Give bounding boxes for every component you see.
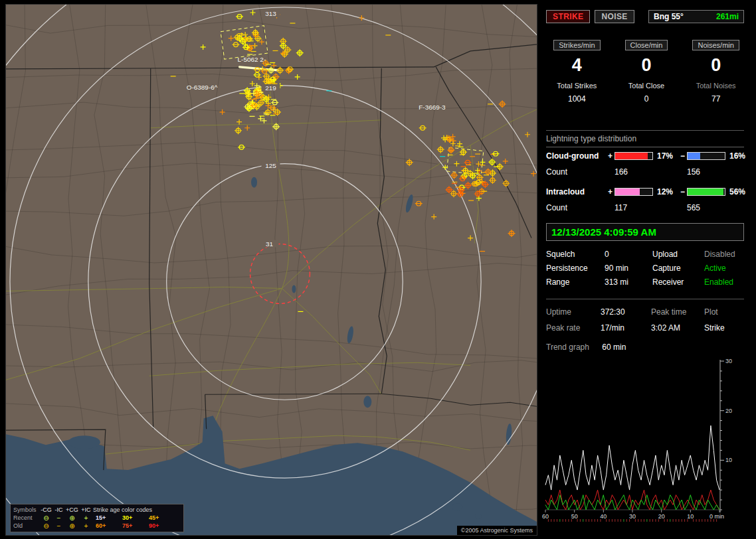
copyright-text: ©2005 Astrogenic Systems bbox=[457, 526, 537, 535]
svg-text:125: 125 bbox=[265, 162, 276, 169]
cg-plus-sign: + bbox=[606, 151, 614, 161]
noises-per-min-button[interactable]: Noises/min bbox=[692, 40, 739, 50]
mode-row: STRIKE NOISE Bng 55° 261mi bbox=[546, 9, 744, 24]
strike-mode-button[interactable]: STRIKE bbox=[546, 10, 590, 23]
receiver-label: Receiver bbox=[652, 277, 704, 287]
svg-text:60: 60 bbox=[542, 513, 549, 520]
intracloud-block: Intracloud + 12% − 56% Count 117 565 bbox=[546, 186, 744, 213]
uptime-label: Uptime bbox=[546, 307, 601, 317]
cg-positive-count: 166 bbox=[614, 167, 653, 177]
intracloud-label: Intracloud bbox=[546, 187, 606, 196]
svg-text:10: 10 bbox=[687, 513, 694, 520]
range-value: 313 mi bbox=[605, 277, 652, 287]
old-nic-icon: − bbox=[52, 522, 65, 530]
recent-ncg-icon: ⊖ bbox=[40, 514, 52, 522]
svg-text:20: 20 bbox=[725, 408, 732, 414]
svg-text:F-3669-3: F-3669-3 bbox=[419, 104, 446, 111]
svg-text:219: 219 bbox=[265, 84, 276, 92]
cg-count-label: Count bbox=[546, 167, 606, 177]
legend-recent-label: Recent bbox=[13, 514, 40, 522]
noises-per-min-value: 0 bbox=[681, 55, 751, 78]
ic-negative-count: 565 bbox=[687, 203, 725, 212]
svg-text:313: 313 bbox=[265, 10, 276, 17]
recent-nic-icon: − bbox=[52, 514, 65, 522]
ic-positive-count: 117 bbox=[614, 203, 653, 212]
svg-text:30: 30 bbox=[629, 513, 636, 520]
capture-status: Active bbox=[704, 264, 744, 273]
rate-columns: Strikes/min 4 Total Strikes 1004 Close/m… bbox=[542, 40, 751, 104]
squelch-value: 0 bbox=[605, 250, 652, 259]
age-15-label: 15+ bbox=[93, 514, 120, 522]
ic-positive-pct: 12% bbox=[653, 187, 678, 196]
cg-negative-pct: 16% bbox=[725, 151, 751, 161]
trend-graph-label: Trend graph bbox=[546, 343, 589, 352]
strikes-per-min-value: 4 bbox=[542, 55, 612, 78]
legend-age-title: Strike age color codes bbox=[93, 506, 175, 514]
range-label: Range bbox=[546, 277, 605, 287]
strikes-per-min-button[interactable]: Strikes/min bbox=[553, 40, 600, 50]
recent-pic-icon: + bbox=[79, 514, 93, 522]
datetime-display: 12/13/2025 4:09:59 AM bbox=[546, 223, 744, 241]
noise-mode-button[interactable]: NOISE bbox=[595, 10, 634, 23]
total-strikes-value: 1004 bbox=[542, 94, 612, 104]
age-90-label: 90+ bbox=[146, 522, 175, 530]
age-45-label: 45+ bbox=[146, 514, 175, 522]
persistence-label: Persistence bbox=[546, 264, 605, 273]
cg-positive-pct: 17% bbox=[653, 151, 678, 161]
map-legend: Symbols -CG -IC +CG +IC Strike age color… bbox=[10, 504, 184, 532]
ic-negative-bar bbox=[687, 188, 725, 196]
peak-rate-label: Peak rate bbox=[546, 323, 601, 333]
old-pcg-icon: ⊕ bbox=[65, 522, 79, 530]
trend-graph: 1020306050403020100 min bbox=[542, 356, 751, 527]
svg-text:50: 50 bbox=[571, 513, 578, 520]
cg-positive-bar bbox=[614, 152, 653, 160]
recent-pcg-icon: ⊕ bbox=[65, 514, 79, 522]
age-60-label: 60+ bbox=[93, 522, 120, 530]
stats-section: Uptime 372:30 Peak time Plot Peak rate 1… bbox=[546, 299, 744, 333]
app-root: { "window": { "copyright": "©2005 Astrog… bbox=[0, 0, 756, 539]
legend-pic-header: +IC bbox=[79, 506, 93, 514]
svg-text:30: 30 bbox=[725, 358, 732, 364]
ic-plus-sign: + bbox=[606, 187, 614, 196]
close-column: Close/min 0 Total Close 0 bbox=[612, 40, 682, 104]
svg-text:40: 40 bbox=[600, 513, 607, 520]
ic-positive-bar bbox=[614, 188, 653, 196]
total-noises-value: 77 bbox=[681, 94, 751, 104]
plot-value: Strike bbox=[704, 323, 744, 333]
svg-text:L-5062 2-: L-5062 2- bbox=[238, 56, 266, 63]
legend-ncg-header: -CG bbox=[40, 506, 52, 514]
map-canvas[interactable]: 31321912531L-5062 2-O-6389-6^F-3669-3 bbox=[6, 5, 537, 535]
uptime-value: 372:30 bbox=[601, 307, 651, 317]
cg-negative-count: 156 bbox=[687, 167, 725, 177]
ic-negative-pct: 56% bbox=[725, 187, 751, 196]
total-strikes-label: Total Strikes bbox=[542, 82, 612, 90]
cg-minus-sign: − bbox=[678, 151, 687, 161]
lightning-map[interactable]: 31321912531L-5062 2-O-6389-6^F-3669-3 Sy… bbox=[5, 4, 537, 536]
status-panel: STRIKE NOISE Bng 55° 261mi Strikes/min 4… bbox=[542, 0, 751, 539]
plot-label: Plot bbox=[704, 307, 744, 317]
legend-pcg-header: +CG bbox=[65, 506, 79, 514]
persistence-value: 90 min bbox=[605, 264, 652, 273]
total-close-value: 0 bbox=[612, 94, 682, 104]
peak-time-value: 3:02 AM bbox=[651, 323, 704, 333]
old-ncg-icon: ⊖ bbox=[40, 522, 52, 530]
peak-time-label: Peak time bbox=[651, 307, 704, 317]
age-75-label: 75+ bbox=[120, 522, 146, 530]
bearing-label: Bng 55° bbox=[654, 12, 684, 21]
svg-text:20: 20 bbox=[658, 513, 665, 520]
bearing-box: Bng 55° 261mi bbox=[648, 10, 744, 23]
svg-text:0 min: 0 min bbox=[709, 513, 724, 520]
trend-graph-window: 60 min bbox=[602, 343, 626, 352]
legend-symbols-header: Symbols bbox=[13, 506, 40, 514]
bearing-distance: 261mi bbox=[716, 12, 739, 21]
svg-text:10: 10 bbox=[725, 457, 732, 463]
svg-text:O-6389-6^: O-6389-6^ bbox=[187, 84, 218, 91]
trend-graph-header: Trend graph 60 min bbox=[546, 343, 626, 352]
squelch-label: Squelch bbox=[546, 250, 605, 259]
peak-rate-value: 17/min bbox=[601, 323, 651, 333]
ic-minus-sign: − bbox=[678, 187, 687, 196]
old-pic-icon: + bbox=[79, 522, 93, 530]
close-per-min-button[interactable]: Close/min bbox=[625, 40, 668, 50]
legend-nic-header: -IC bbox=[52, 506, 65, 514]
age-30-label: 30+ bbox=[120, 514, 146, 522]
